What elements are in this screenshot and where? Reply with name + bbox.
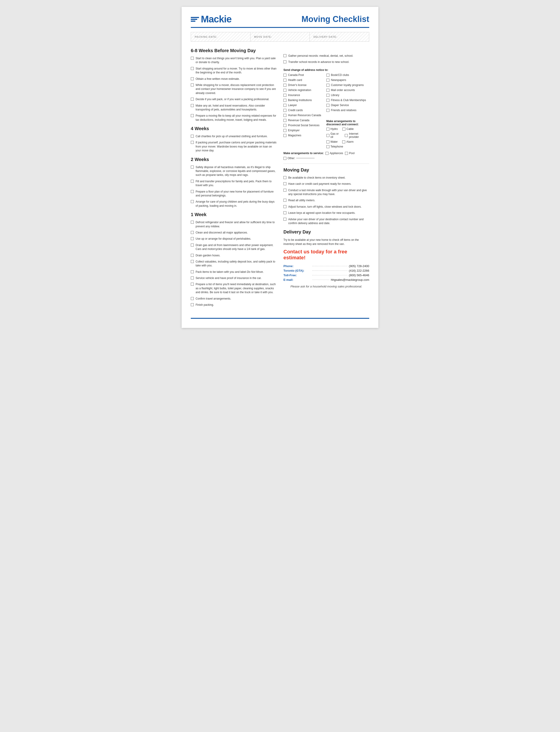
checkbox[interactable]: [342, 128, 345, 131]
list-item: Collect valuables, including safety depo…: [191, 260, 277, 268]
list-item: Driver's license: [283, 84, 326, 87]
checkbox[interactable]: [283, 74, 286, 77]
checkbox[interactable]: [283, 189, 286, 192]
list-item: Revenue Canada: [283, 119, 326, 122]
checkbox[interactable]: [283, 176, 286, 179]
checkbox[interactable]: [326, 152, 328, 155]
address-extra-col2: Make arrangements to disconnect and conn…: [326, 119, 369, 150]
checkbox[interactable]: [191, 231, 194, 234]
checkbox[interactable]: [191, 254, 194, 257]
checkbox[interactable]: [191, 244, 194, 247]
checkbox[interactable]: [326, 134, 329, 137]
checkbox[interactable]: [326, 128, 329, 131]
contact-heading: Contact us today for a free estimate!: [283, 249, 369, 261]
left-column: 6-8 Weeks Before Moving Day Start to cle…: [191, 47, 277, 311]
checkbox[interactable]: [191, 84, 194, 86]
checkbox[interactable]: [283, 104, 286, 107]
checkbox[interactable]: [283, 211, 286, 214]
list-item: Arrange for care of young children and p…: [191, 200, 277, 208]
checkbox[interactable]: [191, 237, 194, 240]
list-item: Lawyer: [283, 104, 326, 107]
checkbox[interactable]: [283, 129, 286, 132]
checkbox[interactable]: [191, 77, 194, 80]
checkbox[interactable]: [283, 99, 286, 102]
list-item: Decide if you will pack, or if you want …: [191, 97, 277, 101]
checkbox[interactable]: [191, 104, 194, 107]
checkbox[interactable]: [283, 157, 286, 160]
checkbox[interactable]: [345, 134, 348, 137]
checkbox[interactable]: [191, 260, 194, 263]
checkbox[interactable]: [191, 135, 194, 138]
checkbox[interactable]: [326, 74, 329, 77]
contact-toronto-label: Toronto (GTA):: [283, 269, 311, 272]
checkbox[interactable]: [283, 84, 286, 87]
checkbox[interactable]: [191, 283, 194, 286]
checkbox[interactable]: [283, 94, 286, 97]
contact-dots: [312, 266, 347, 266]
checkbox[interactable]: [191, 270, 194, 273]
checkbox[interactable]: [191, 190, 194, 193]
checkbox[interactable]: [283, 205, 286, 208]
checkbox[interactable]: [191, 166, 194, 169]
checkbox[interactable]: [342, 140, 345, 143]
contact-tollfree-value: (800) 565-4646: [349, 274, 369, 277]
checkbox[interactable]: [191, 303, 194, 306]
address-change-grid: Canada Post Health card Driver's license…: [283, 73, 369, 119]
checkbox[interactable]: [283, 218, 286, 221]
list-item: Prepare a moving file to keep all your m…: [191, 114, 277, 122]
checkbox[interactable]: [191, 57, 194, 60]
checkbox[interactable]: [191, 180, 194, 183]
list-item: Gather personal records: medical, dental…: [283, 54, 369, 58]
checkbox[interactable]: [283, 79, 286, 82]
packing-date-field[interactable]: PACKING DATE:: [191, 32, 250, 41]
checkbox[interactable]: [326, 79, 329, 82]
list-item: Provincial Social Services: [283, 124, 326, 127]
checkbox[interactable]: [326, 94, 329, 97]
list-item: If packing yourself, purchase cartons an…: [191, 141, 277, 153]
checkbox[interactable]: [191, 67, 194, 70]
checkbox[interactable]: [191, 297, 194, 300]
list-item: Use up or arrange for disposal of perish…: [191, 237, 277, 241]
list-item: Start shopping around for a mover. Try t…: [191, 67, 277, 75]
checkbox[interactable]: [191, 98, 194, 101]
address-extra-col1: Revenue Canada Provincial Social Service…: [283, 119, 326, 150]
checkbox[interactable]: [283, 109, 286, 112]
list-item: Diaper Service: [326, 104, 369, 107]
list-item: Mail order accounts: [326, 89, 369, 92]
checkbox[interactable]: [283, 60, 286, 63]
checkbox[interactable]: [283, 114, 286, 117]
checkbox[interactable]: [326, 89, 329, 92]
delivery-date-field[interactable]: DELIVERY DATE:: [310, 32, 369, 41]
checkbox[interactable]: [283, 54, 286, 57]
checkbox[interactable]: [283, 182, 286, 185]
list-item: Leave keys at agreed upon location for n…: [283, 211, 369, 215]
checkbox[interactable]: [283, 199, 286, 202]
checkbox[interactable]: [191, 200, 194, 203]
list-item: Start to clean out things you won't brin…: [191, 57, 277, 65]
list-item: Defrost refrigerator and freezer and all…: [191, 221, 277, 229]
checkbox[interactable]: [283, 89, 286, 92]
checkbox[interactable]: [326, 140, 329, 143]
checkbox[interactable]: [326, 109, 329, 112]
move-date-field[interactable]: MOVE DATE:: [250, 32, 310, 41]
moving-day-heading: Moving Day: [283, 167, 369, 173]
checkbox[interactable]: [191, 221, 194, 224]
section-4-weeks-heading: 4 Weeks: [191, 126, 277, 131]
checkbox[interactable]: [326, 84, 329, 87]
logo-text: Mackie: [201, 14, 232, 25]
checkbox[interactable]: [283, 124, 286, 127]
checkbox[interactable]: [191, 141, 194, 144]
checkbox[interactable]: [326, 99, 329, 102]
list-item: Drain garden hoses.: [191, 254, 277, 258]
contact-table: Phone: (905) 728-2400 Toronto (GTA): (41…: [283, 264, 369, 282]
checkbox[interactable]: [326, 145, 329, 148]
checkbox[interactable]: [191, 114, 194, 117]
list-item: Health card: [283, 78, 326, 82]
checkbox[interactable]: [326, 104, 329, 107]
checkbox[interactable]: [283, 119, 286, 122]
list-item: Library: [326, 94, 369, 97]
checkbox[interactable]: [283, 134, 286, 137]
checkbox[interactable]: [345, 152, 348, 155]
list-item: Be available to check items on inventory…: [283, 176, 369, 180]
checkbox[interactable]: [191, 277, 194, 280]
